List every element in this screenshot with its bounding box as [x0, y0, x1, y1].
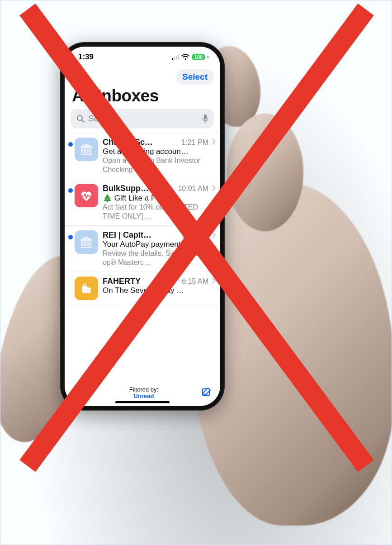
- mic-icon[interactable]: [202, 114, 208, 123]
- email-subject: Get a checking accoun…: [103, 147, 216, 156]
- email-preview: Act fast for 10% off! [LIMITED TIME ONLY…: [103, 203, 216, 221]
- status-bar: 1:39 100: [65, 47, 220, 67]
- search-bar[interactable]: Search: [71, 109, 214, 128]
- svg-rect-12: [90, 241, 91, 246]
- svg-rect-8: [80, 154, 92, 155]
- back-chevron-icon[interactable]: [69, 71, 77, 83]
- bottom-toolbar: Filtered by: Unread: [65, 380, 220, 406]
- email-preview: Open a Schwab Bank Investor Checking™ ac…: [103, 156, 216, 174]
- bank-building-icon: [75, 230, 98, 254]
- filter-status: Filtered by: Unread: [129, 387, 158, 400]
- svg-rect-15: [85, 287, 91, 293]
- email-row[interactable]: Charles Sc…1:21 PMGet a checking accoun……: [65, 133, 220, 179]
- phone-device-frame: 1:39 100 Select All Inboxes: [60, 42, 225, 411]
- chevron-right-icon: [211, 230, 216, 240]
- email-time: 6:15 AM: [182, 277, 208, 286]
- chevron-right-icon: [211, 277, 216, 286]
- page-title: All Inboxes: [65, 86, 220, 109]
- email-sender: REI | Capit…: [103, 230, 179, 240]
- svg-rect-2: [204, 115, 207, 120]
- svg-rect-7: [90, 148, 91, 153]
- email-sender: FAHERTY: [103, 277, 179, 286]
- shopping-bags-icon: [75, 277, 98, 300]
- filter-button[interactable]: [73, 386, 86, 400]
- svg-line-1: [82, 120, 84, 122]
- email-sender: BulkSupp…: [103, 184, 175, 193]
- unread-dot: [68, 235, 73, 239]
- search-icon: [76, 115, 85, 123]
- chevron-right-icon: [211, 184, 216, 193]
- status-indicators: 100: [172, 54, 209, 60]
- email-list: Charles Sc…1:21 PMGet a checking accoun……: [65, 133, 220, 380]
- bank-building-icon: [75, 138, 98, 161]
- battery-nub: [208, 56, 208, 58]
- email-row[interactable]: FAHERTY6:15 AMOn The Seventh Day …: [65, 272, 220, 305]
- svg-rect-13: [80, 247, 92, 248]
- email-time: 10:01 AM: [178, 185, 208, 193]
- svg-rect-9: [81, 241, 83, 246]
- svg-rect-10: [84, 241, 86, 246]
- email-subject: On The Seventh Day …: [103, 286, 216, 295]
- email-time: 9:22 AM: [182, 231, 208, 239]
- svg-rect-4: [81, 148, 83, 153]
- svg-rect-5: [84, 148, 86, 153]
- nav-bar: Select: [65, 67, 220, 86]
- email-time: 1:21 PM: [181, 139, 208, 147]
- unread-dot: [68, 188, 73, 193]
- email-subject: 🎄 Gift Like a Pro! 💪: [103, 193, 216, 203]
- status-time: 1:39: [78, 53, 94, 62]
- chevron-right-icon: [211, 138, 216, 147]
- compose-icon[interactable]: [201, 387, 212, 399]
- home-indicator: [115, 401, 170, 403]
- email-row[interactable]: REI | Capit…9:22 AMYour AutoPay payment……: [65, 226, 220, 272]
- email-sender: Charles Sc…: [103, 138, 179, 147]
- email-subject: Your AutoPay payment…: [103, 240, 216, 249]
- hand-finger: [227, 114, 303, 231]
- filter-label: Filtered by:: [129, 387, 158, 393]
- wifi-icon: [181, 54, 189, 60]
- filter-value: Unread: [129, 393, 158, 399]
- unread-dot: [68, 281, 73, 286]
- email-row[interactable]: BulkSupp…10:01 AM🎄 Gift Like a Pro! 💪Act…: [65, 179, 220, 226]
- svg-rect-6: [87, 148, 89, 153]
- heartbeat-icon: [75, 184, 98, 207]
- svg-rect-11: [87, 241, 89, 246]
- phone-screen: 1:39 100 Select All Inboxes: [65, 47, 220, 406]
- email-preview: Review the details. Sign in REI Co-op® M…: [103, 249, 216, 267]
- battery-indicator: 100: [192, 54, 205, 60]
- select-button[interactable]: Select: [176, 69, 214, 85]
- search-placeholder: Search: [88, 114, 198, 124]
- unread-dot: [68, 142, 73, 147]
- cellular-signal-icon: [172, 54, 179, 60]
